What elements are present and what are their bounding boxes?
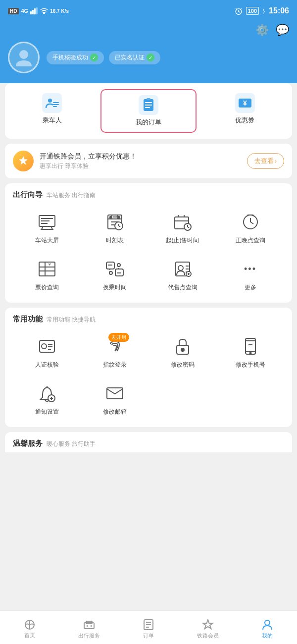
transfer-icon: [103, 258, 126, 280]
svg-rect-15: [145, 107, 150, 108]
svg-line-48: [250, 222, 253, 224]
quick-item-passengers[interactable]: 乘车人: [5, 88, 99, 134]
travel-icon: [83, 619, 95, 631]
promo-button[interactable]: 去查看 ›: [247, 153, 284, 169]
svg-rect-0: [30, 11, 32, 14]
promo-title: 开通铁路会员，立享积分优惠！: [40, 152, 241, 161]
passengers-label: 乘车人: [43, 116, 62, 125]
svg-point-8: [48, 99, 52, 103]
svg-point-97: [265, 620, 270, 625]
transfer-label: 换乘时间: [103, 283, 127, 292]
orders-nav-icon: [143, 619, 154, 631]
more-label: 更多: [245, 283, 256, 292]
alarm-icon: [234, 7, 243, 15]
quick-item-coupons[interactable]: ¥ 优惠券: [198, 88, 292, 134]
change-email-icon: [103, 382, 126, 405]
change-pwd-icon: [171, 335, 194, 358]
quick-menu-card: 乘车人 我的订单 ¥ 优惠券: [5, 83, 292, 139]
delay-label: 正晚点查询: [236, 236, 265, 245]
status-bar: HD 4G 16.7 K/s 100 15:06: [0, 0, 297, 22]
bottom-nav: 首页 出行服务 订单 铁路会员 我的: [0, 610, 297, 644]
grid-item-timetable[interactable]: 时刻表: [81, 207, 148, 249]
grid-item-fingerprint[interactable]: 去开启 指纹登录: [81, 331, 148, 373]
travel-guide-title: 出行向导 车站服务 出行指南: [13, 190, 284, 200]
travel-guide-section: 出行向导 车站服务 出行指南 车站大屏: [5, 183, 292, 303]
passengers-icon: [42, 93, 62, 113]
grid-item-agent[interactable]: 代售点查询: [148, 254, 216, 296]
notify-icon: [36, 382, 58, 405]
svg-rect-16: [147, 98, 150, 100]
charging-icon: [262, 7, 266, 14]
grid-item-change-phone[interactable]: 修改手机号: [216, 331, 284, 373]
timetable-label: 时刻表: [106, 236, 124, 245]
change-pwd-label: 修改密码: [171, 361, 195, 369]
station-screen-icon: [36, 211, 58, 233]
fingerprint-icon: 去开启: [103, 335, 126, 358]
nav-item-member[interactable]: 铁路会员: [178, 616, 238, 640]
wifi-icon: [40, 8, 48, 14]
common-func-grid: 人证核验 去开启 指纹登录: [13, 331, 284, 420]
phone-verify-badge: 手机核验成功 ✓: [47, 51, 104, 64]
warm-service-subtitle: 暖心服务 旅行助手: [47, 440, 96, 448]
hd-badge: HD: [8, 8, 19, 14]
home-icon: [24, 619, 36, 630]
promo-icon: [13, 151, 34, 171]
orders-icon: [139, 95, 158, 115]
warm-service-title: 温馨服务 暖心服务 旅行助手: [13, 439, 284, 448]
station-screen-label: 车站大屏: [35, 236, 59, 245]
timetable-icon: [103, 211, 126, 233]
warm-service-section: 温馨服务 暖心服务 旅行助手: [5, 432, 292, 452]
nav-label-travel: 出行服务: [78, 632, 100, 640]
signal-bars-icon: [30, 7, 38, 14]
grid-item-more[interactable]: ••• 更多: [216, 254, 284, 296]
grid-item-notify[interactable]: 通知设置: [13, 378, 81, 420]
grid-item-id-verify[interactable]: 人证核验: [13, 331, 81, 373]
header-badges: 手机核验成功 ✓ 已实名认证 ✓: [47, 51, 160, 64]
grid-item-delay[interactable]: 正晚点查询: [216, 207, 284, 249]
promo-text: 开通铁路会员，立享积分优惠！ 惠享出行 尊享体验: [40, 152, 241, 170]
nav-item-mine[interactable]: 我的: [238, 616, 297, 640]
grid-item-sale-time[interactable]: 起(止)售时间: [148, 207, 216, 249]
common-func-section: 常用功能 常用功能 快捷导航 人证核验: [5, 308, 292, 427]
svg-rect-2: [34, 8, 36, 14]
realname-badge: 已实名认证 ✓: [109, 51, 160, 64]
mine-icon: [261, 619, 273, 631]
coupons-icon: ¥: [235, 93, 255, 113]
grid-item-change-email[interactable]: 修改邮箱: [81, 378, 148, 420]
svg-rect-33: [118, 216, 120, 218]
svg-point-75: [181, 348, 184, 351]
common-func-subtitle: 常用功能 快捷导航: [47, 316, 96, 324]
svg-rect-14: [145, 105, 152, 106]
message-icon[interactable]: 💬: [276, 24, 289, 37]
price-label: 票价查询: [35, 283, 59, 292]
nav-item-travel[interactable]: 出行服务: [59, 616, 119, 640]
status-right: 100 15:06: [234, 6, 289, 15]
svg-point-7: [19, 50, 28, 59]
svg-point-80: [249, 353, 251, 354]
id-verify-label: 人证核验: [35, 361, 59, 369]
grid-item-change-pwd[interactable]: 修改密码: [148, 331, 216, 373]
grid-item-station-screen[interactable]: 车站大屏: [13, 207, 81, 249]
svg-rect-32: [110, 216, 112, 218]
svg-point-4: [44, 13, 45, 14]
status-left: HD 4G 16.7 K/s: [8, 7, 69, 14]
grid-item-transfer[interactable]: 换乘时间: [81, 254, 148, 296]
settings-icon[interactable]: ⚙️: [255, 24, 269, 37]
quick-item-orders[interactable]: 我的订单: [100, 89, 197, 133]
sale-time-icon: [171, 211, 194, 233]
nav-item-orders[interactable]: 订单: [119, 616, 178, 640]
nav-item-home[interactable]: 首页: [0, 616, 59, 639]
grid-item-price[interactable]: ¥ 票价查询: [13, 254, 81, 296]
svg-rect-13: [145, 102, 152, 103]
member-icon: [202, 619, 214, 631]
svg-text:¥: ¥: [243, 99, 247, 107]
travel-guide-grid: 车站大屏 时刻表: [13, 207, 284, 296]
nav-label-home: 首页: [24, 632, 35, 639]
avatar[interactable]: [8, 42, 40, 73]
data-speed: 16.7 K/s: [50, 8, 69, 14]
promo-card: 开通铁路会员，立享积分优惠！ 惠享出行 尊享体验 去查看 ›: [5, 144, 292, 178]
change-email-label: 修改邮箱: [103, 408, 127, 416]
check-icon: ✓: [90, 54, 98, 61]
nav-label-orders: 订单: [143, 632, 154, 640]
change-phone-label: 修改手机号: [236, 361, 265, 369]
